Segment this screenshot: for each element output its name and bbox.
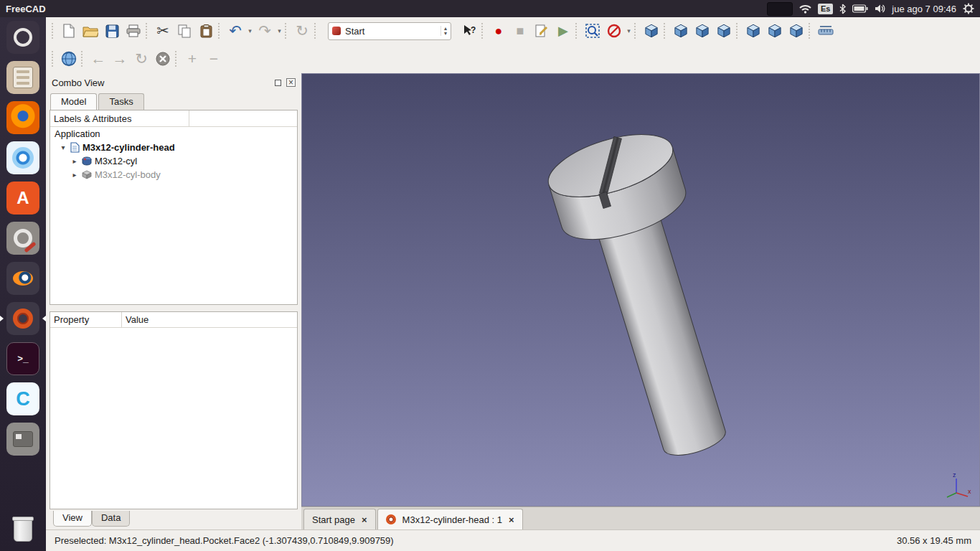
toolbar-drag-handle[interactable] bbox=[809, 23, 811, 39]
3d-viewport[interactable]: z x bbox=[301, 73, 980, 507]
macro-play-button[interactable]: ▶ bbox=[552, 20, 574, 42]
print-icon bbox=[126, 24, 141, 37]
blender-icon bbox=[6, 262, 39, 295]
expander-closed-icon[interactable]: ▸ bbox=[70, 157, 79, 165]
cut-button[interactable]: ✂ bbox=[152, 20, 174, 42]
undo-icon: ↶ bbox=[229, 22, 242, 39]
toolbar-drag-handle[interactable] bbox=[736, 23, 739, 39]
nav-refresh-button[interactable]: ↻ bbox=[131, 48, 152, 70]
launcher-item-files[interactable] bbox=[0, 61, 46, 94]
bluetooth-icon[interactable] bbox=[839, 4, 846, 14]
expander-closed-icon[interactable]: ▸ bbox=[70, 171, 79, 179]
toolbar-drag-handle[interactable] bbox=[81, 51, 84, 67]
tree-item-body[interactable]: ▸ M3x12-cyl-body bbox=[50, 168, 297, 182]
toolbar-drag-handle[interactable] bbox=[285, 23, 288, 39]
whats-this-button[interactable]: ? bbox=[458, 20, 480, 42]
launcher-item-freecad[interactable] bbox=[0, 302, 46, 335]
tab-model[interactable]: Model bbox=[50, 93, 97, 110]
tree-item-part[interactable]: ▸ M3x12-cyl bbox=[50, 154, 297, 168]
launcher-item-chromium[interactable] bbox=[0, 141, 46, 174]
toolbar-drag-handle[interactable] bbox=[664, 23, 666, 39]
open-file-button[interactable] bbox=[80, 20, 101, 42]
view-left-button[interactable] bbox=[786, 20, 807, 42]
view-axonometric-button[interactable] bbox=[641, 20, 662, 42]
refresh-button[interactable]: ↻ bbox=[291, 20, 313, 42]
toolbar-drag-handle[interactable] bbox=[314, 23, 317, 39]
zoom-in-button[interactable]: + bbox=[182, 48, 203, 70]
battery-icon[interactable] bbox=[852, 4, 868, 13]
launcher-item-trash[interactable] bbox=[0, 514, 46, 547]
combo-view-titlebar: Combo View × bbox=[46, 73, 301, 92]
undo-dropdown-button[interactable]: ▾ bbox=[246, 27, 254, 34]
launcher-item-settings[interactable] bbox=[0, 222, 46, 255]
toolbar-drag-handle[interactable] bbox=[218, 23, 221, 39]
print-button[interactable] bbox=[123, 20, 144, 42]
tab-view[interactable]: View bbox=[53, 511, 92, 527]
launcher-item-software-center[interactable]: A bbox=[0, 182, 46, 215]
launcher-item-dash[interactable] bbox=[0, 21, 46, 54]
view-bottom-button[interactable] bbox=[764, 20, 786, 42]
tab-document[interactable]: M3x12-cylinder-head : 1 × bbox=[377, 509, 523, 529]
keyboard-layout-indicator[interactable]: Es bbox=[818, 4, 833, 14]
workbench-spinner[interactable]: ▴▾ bbox=[440, 26, 447, 36]
redo-dropdown-button[interactable]: ▾ bbox=[275, 27, 283, 34]
copy-button[interactable] bbox=[174, 20, 195, 42]
panel-splitter[interactable] bbox=[46, 305, 301, 311]
toolbar-drag-handle[interactable] bbox=[634, 23, 637, 39]
property-column-header[interactable]: Property bbox=[50, 312, 122, 327]
tab-tasks[interactable]: Tasks bbox=[98, 93, 143, 110]
launcher-item-browser-c[interactable]: C bbox=[0, 382, 46, 415]
clipping-dropdown-button[interactable]: ▾ bbox=[625, 27, 633, 34]
new-file-button[interactable] bbox=[58, 20, 80, 42]
running-indicator bbox=[0, 316, 4, 321]
close-tab-icon[interactable]: × bbox=[362, 514, 367, 525]
toolbar-drag-handle[interactable] bbox=[146, 23, 149, 39]
save-button[interactable] bbox=[101, 20, 123, 42]
panel-close-button[interactable]: × bbox=[286, 78, 296, 87]
expander-open-icon[interactable]: ▾ bbox=[59, 143, 67, 151]
body-icon bbox=[82, 170, 92, 179]
record-icon: ● bbox=[495, 24, 503, 39]
tab-start-page[interactable]: Start page × bbox=[303, 509, 376, 529]
session-gear-icon[interactable] bbox=[963, 3, 974, 14]
volume-icon[interactable] bbox=[875, 4, 885, 14]
tray-indicator-box[interactable] bbox=[767, 2, 793, 16]
nav-forward-button[interactable]: → bbox=[109, 48, 131, 70]
toolbar-drag-handle[interactable] bbox=[175, 51, 178, 67]
view-front-button[interactable] bbox=[670, 20, 692, 42]
toolbar-drag-handle[interactable] bbox=[52, 23, 55, 39]
nav-back-button[interactable]: ← bbox=[88, 48, 109, 70]
view-rear-button[interactable] bbox=[743, 20, 764, 42]
undo-button[interactable]: ↶ bbox=[225, 20, 246, 42]
panel-float-button[interactable] bbox=[275, 80, 281, 86]
web-home-button[interactable] bbox=[58, 48, 80, 70]
nav-stop-button[interactable] bbox=[152, 48, 174, 70]
wifi-icon[interactable] bbox=[799, 4, 811, 14]
toolbar-drag-handle[interactable] bbox=[52, 51, 55, 67]
axis-x-label: x bbox=[968, 488, 971, 495]
clipping-plane-button[interactable] bbox=[603, 20, 625, 42]
launcher-item-blender[interactable] bbox=[0, 262, 46, 295]
macro-stop-button[interactable]: ■ bbox=[509, 20, 531, 42]
tab-data[interactable]: Data bbox=[92, 511, 130, 527]
zoom-out-button[interactable]: − bbox=[203, 48, 225, 70]
tree-item-document[interactable]: ▾ M3x12-cylinder-head bbox=[50, 141, 297, 154]
workbench-selector[interactable]: Start ▴▾ bbox=[328, 22, 451, 40]
paste-button[interactable] bbox=[195, 20, 217, 42]
macro-edit-button[interactable] bbox=[531, 20, 552, 42]
close-tab-icon[interactable]: × bbox=[509, 514, 514, 525]
toolbar-drag-handle[interactable] bbox=[575, 23, 578, 39]
launcher-item-firefox[interactable] bbox=[0, 101, 46, 134]
tree-item-application[interactable]: Application bbox=[50, 127, 297, 141]
launcher-item-terminal[interactable]: >_ bbox=[0, 342, 46, 375]
launcher-item-window-app[interactable] bbox=[0, 423, 46, 456]
macro-record-button[interactable]: ● bbox=[488, 20, 509, 42]
box-zoom-button[interactable] bbox=[582, 20, 603, 42]
redo-button[interactable]: ↷ bbox=[254, 20, 275, 42]
view-right-button[interactable] bbox=[713, 20, 735, 42]
view-top-button[interactable] bbox=[692, 20, 713, 42]
value-column-header[interactable]: Value bbox=[122, 312, 297, 327]
clock[interactable]: jue ago 7 09:46 bbox=[892, 4, 956, 14]
measure-button[interactable] bbox=[815, 20, 837, 42]
toolbar-drag-handle[interactable] bbox=[481, 23, 484, 39]
